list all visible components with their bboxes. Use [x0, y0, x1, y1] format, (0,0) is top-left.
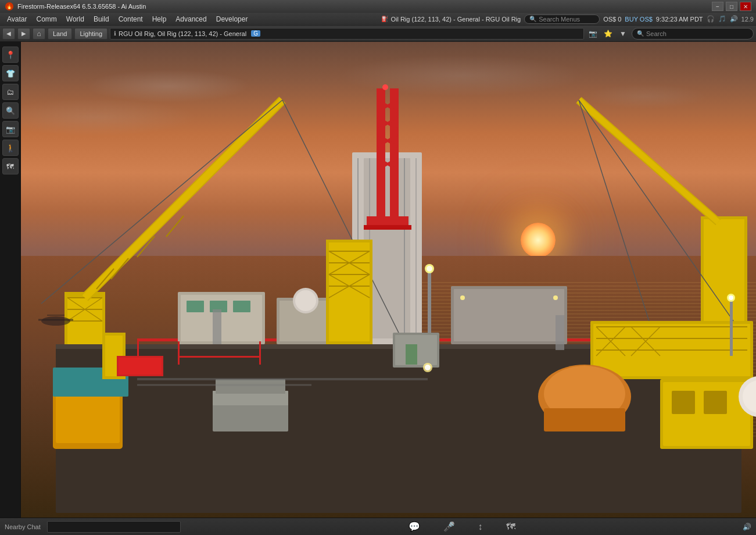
bookmark-button[interactable]: ⭐: [601, 28, 614, 40]
svg-rect-23: [364, 225, 411, 230]
sidebar-avatar-button[interactable]: 🚶: [2, 140, 19, 156]
svg-point-102: [41, 316, 70, 326]
os-money: OS$ 0: [603, 16, 621, 23]
bottom-right: 🔊: [743, 523, 751, 531]
svg-line-37: [41, 100, 282, 304]
dropdown-button[interactable]: ▼: [617, 28, 629, 40]
menu-content[interactable]: Content: [114, 13, 148, 26]
menu-help[interactable]: Help: [148, 13, 171, 26]
bottom-bar: Nearby Chat 💬 🎤 ↕ 🗺 🔊: [0, 518, 756, 535]
location-display[interactable]: ℹ RGU Oil Rig, Oil Rig (122, 113, 42) - …: [110, 28, 584, 40]
svg-rect-105: [213, 309, 221, 344]
svg-rect-71: [704, 219, 744, 330]
menu-advanced[interactable]: Advanced: [171, 13, 211, 26]
sound-icon: 🔊: [730, 15, 738, 23]
movement-icon[interactable]: ↕: [478, 522, 483, 532]
nav-bar: ◀ ▶ ⌂ Land Lighting ℹ RGU Oil Rig, Oil R…: [0, 26, 756, 42]
svg-rect-90: [213, 402, 288, 431]
headphones-icon: 🎧: [707, 15, 715, 23]
left-sidebar: 📍 👕 🗂 🔍 📷 🚶 🗺: [0, 42, 21, 518]
svg-rect-99: [178, 341, 180, 365]
svg-rect-101: [178, 356, 261, 358]
close-button[interactable]: ✕: [740, 2, 751, 11]
svg-rect-61: [329, 242, 370, 341]
svg-point-56: [295, 290, 316, 311]
location-text: Oil Rig (122, 113, 42) - General - RGU O…: [390, 16, 521, 23]
svg-rect-89: [544, 408, 625, 431]
svg-point-59: [427, 266, 432, 272]
menu-build[interactable]: Build: [89, 13, 114, 26]
title-bar-controls[interactable]: − □ ✕: [712, 2, 751, 11]
svg-rect-108: [119, 358, 162, 374]
rig-scene: [21, 42, 756, 513]
search-placeholder: Search: [646, 30, 667, 37]
speech-bubble-icon[interactable]: 💬: [409, 521, 420, 532]
svg-point-53: [460, 295, 465, 300]
home-button[interactable]: ⌂: [33, 28, 45, 40]
svg-line-32: [85, 100, 282, 298]
menu-developer[interactable]: Developer: [212, 13, 253, 26]
svg-rect-92: [216, 379, 285, 394]
land-button[interactable]: Land: [48, 28, 72, 40]
svg-rect-106: [556, 315, 564, 350]
music-icon: 🎵: [718, 15, 726, 23]
maximize-button[interactable]: □: [726, 2, 737, 11]
search-menus-input[interactable]: 🔍 Search Menus: [524, 15, 600, 24]
nearby-chat-label: Nearby Chat: [5, 523, 42, 530]
fps-display: 12.9: [741, 16, 754, 23]
buy-button[interactable]: BUY OS$: [625, 16, 653, 23]
menu-comm[interactable]: Comm: [31, 13, 61, 26]
back-button[interactable]: ◀: [2, 28, 15, 40]
svg-rect-100: [259, 341, 261, 365]
map-bottom-icon[interactable]: 🗺: [506, 522, 515, 532]
sidebar-camera-button[interactable]: 📷: [2, 121, 19, 137]
title-bar-title: Firestorm-Releasex64 6.5.3.65658 - Ai Au…: [17, 3, 146, 10]
svg-rect-52: [454, 289, 564, 341]
info-icon: ℹ: [114, 30, 116, 37]
microphone-icon[interactable]: 🎤: [443, 521, 455, 532]
nearby-chat-input[interactable]: [47, 521, 181, 533]
minimize-button[interactable]: −: [712, 2, 723, 11]
svg-rect-40: [56, 391, 120, 443]
location-icon: ⛽: [381, 16, 388, 22]
menu-bar: Avatar Comm World Build Content Help Adv…: [0, 13, 756, 26]
sidebar-minimap-button[interactable]: 🗺: [2, 158, 19, 174]
sidebar-search-button[interactable]: 🔍: [2, 102, 19, 119]
svg-rect-48: [233, 301, 250, 312]
status-info: OS$ 0 BUY OS$ 9:32:23 AM PDT 🎧 🎵 🔊 12.9: [603, 15, 754, 23]
bottom-center: 💬 🎤 ↕ 🗺: [185, 521, 738, 532]
svg-point-118: [729, 295, 733, 300]
svg-line-73: [579, 100, 718, 222]
snapshot-button[interactable]: 📷: [586, 28, 599, 40]
forward-button[interactable]: ▶: [17, 28, 30, 40]
svg-point-115: [425, 365, 431, 370]
viewport[interactable]: [21, 42, 756, 518]
menu-avatar[interactable]: Avatar: [2, 13, 31, 26]
firestorm-logo: 🔥: [5, 2, 13, 10]
svg-rect-95: [672, 391, 695, 414]
svg-rect-111: [406, 344, 417, 365]
svg-rect-116: [730, 298, 733, 356]
nav-right: 📷 ⭐ ▼ 🔍 Search: [586, 28, 754, 40]
svg-point-54: [553, 295, 558, 300]
voice-icon[interactable]: 🔊: [743, 523, 751, 531]
menu-world[interactable]: World: [62, 13, 89, 26]
search-menus-icon: 🔍: [529, 16, 536, 22]
app-icon: 🔥: [5, 2, 14, 11]
svg-rect-46: [187, 301, 204, 312]
title-bar-left: 🔥 Firestorm-Releasex64 6.5.3.65658 - Ai …: [5, 2, 146, 11]
location-text-nav: RGU Oil Rig, Oil Rig (122, 113, 42) - Ge…: [119, 30, 246, 37]
search-icon-nav: 🔍: [637, 30, 644, 37]
search-menus-placeholder: Search Menus: [539, 16, 580, 23]
menu-bar-right: ⛽ Oil Rig (122, 113, 42) - General - RGU…: [381, 15, 754, 24]
parcel-label: G: [251, 30, 260, 37]
sidebar-outfit-button[interactable]: 👕: [2, 65, 19, 81]
search-input[interactable]: 🔍 Search: [632, 28, 754, 40]
sidebar-map-button[interactable]: 📍: [2, 47, 19, 63]
sidebar-inventory-button[interactable]: 🗂: [2, 84, 19, 100]
time-display: 9:32:23 AM PDT: [656, 16, 703, 23]
svg-point-21: [382, 84, 388, 90]
svg-rect-96: [704, 391, 727, 414]
lighting-button[interactable]: Lighting: [74, 28, 108, 40]
main-area: 📍 👕 🗂 🔍 📷 🚶 🗺: [0, 42, 756, 518]
